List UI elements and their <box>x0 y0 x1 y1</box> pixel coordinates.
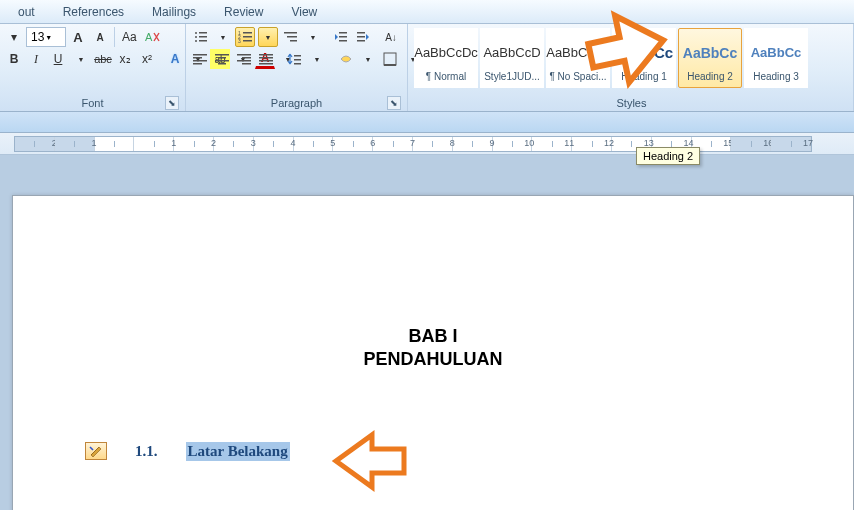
align-center-button[interactable] <box>212 49 232 69</box>
numbering-button[interactable]: 123 <box>235 27 255 47</box>
svg-rect-33 <box>242 63 251 65</box>
style-card-heading-2[interactable]: AaBbCcHeading 2 <box>678 28 742 88</box>
shading-button[interactable] <box>335 49 355 69</box>
style-card-style1jud-[interactable]: AaBbCcDStyle1JUD... <box>480 28 544 88</box>
doc-title-2[interactable]: PENDAHULUAN <box>93 349 773 370</box>
tab-view[interactable]: View <box>277 2 331 22</box>
align-left-button[interactable] <box>190 49 210 69</box>
shading-dropdown[interactable]: ▼ <box>358 49 378 69</box>
svg-rect-21 <box>357 40 365 42</box>
svg-rect-2 <box>199 32 207 34</box>
style-label: Style1JUD... <box>481 71 543 82</box>
heading-line[interactable]: 1.1. Latar Belakang <box>93 442 773 461</box>
svg-rect-35 <box>259 57 273 59</box>
svg-rect-4 <box>199 36 207 38</box>
annotation-arrow-styles <box>572 0 682 110</box>
svg-rect-23 <box>193 57 202 59</box>
grow-font-button[interactable]: A <box>68 27 88 47</box>
svg-rect-30 <box>237 54 251 56</box>
group-label-paragraph: Paragraph ⬊ <box>190 95 403 111</box>
multilevel-dropdown[interactable]: ▼ <box>303 27 323 47</box>
group-label-font: Font ⬊ <box>4 95 181 111</box>
line-spacing-button[interactable] <box>284 49 304 69</box>
svg-rect-39 <box>294 59 301 61</box>
tab-layout[interactable]: out <box>4 2 49 22</box>
svg-rect-31 <box>242 57 251 59</box>
svg-rect-42 <box>384 53 396 65</box>
font-dialog-launcher[interactable]: ⬊ <box>165 96 179 110</box>
align-right-button[interactable] <box>234 49 254 69</box>
bullets-button[interactable] <box>190 27 210 47</box>
text-effects-button[interactable]: A <box>165 49 185 69</box>
svg-rect-40 <box>294 63 301 65</box>
svg-rect-36 <box>259 60 273 62</box>
tab-references[interactable]: References <box>49 2 138 22</box>
svg-rect-22 <box>193 54 207 56</box>
svg-rect-29 <box>218 63 226 65</box>
ruler-wrap: 211234567891011121314151617 <box>0 133 854 155</box>
underline-button[interactable]: U <box>48 49 68 69</box>
numbering-dropdown[interactable]: ▼ <box>258 27 278 47</box>
ribbon: ▾ 13▼ A A Aa A B I U ▼ abc x₂ x² A ▼ <box>0 24 854 112</box>
svg-rect-16 <box>339 32 347 34</box>
style-card-heading-3[interactable]: AaBbCcHeading 3 <box>744 28 808 88</box>
svg-rect-17 <box>339 36 347 38</box>
page-content: BAB I PENDAHULUAN 1.1. Latar Belakang <box>13 196 853 461</box>
svg-rect-12 <box>243 40 252 42</box>
style-label: Heading 3 <box>745 71 807 82</box>
sort-button[interactable]: A↓ <box>381 27 401 47</box>
strikethrough-button[interactable]: abc <box>93 49 113 69</box>
underline-dropdown[interactable]: ▼ <box>71 49 91 69</box>
style-card--normal[interactable]: AaBbCcDc¶ Normal <box>414 28 478 88</box>
autocorrect-options-icon[interactable] <box>85 442 107 460</box>
clear-formatting-button[interactable]: A <box>142 27 164 47</box>
justify-button[interactable] <box>256 49 276 69</box>
svg-rect-25 <box>193 63 202 65</box>
heading-text-selected[interactable]: Latar Belakang <box>186 442 290 461</box>
italic-button[interactable]: I <box>26 49 46 69</box>
change-case-button[interactable]: Aa <box>119 27 140 47</box>
svg-rect-10 <box>243 36 252 38</box>
bullets-dropdown[interactable]: ▼ <box>213 27 233 47</box>
heading-number: 1.1. <box>135 443 158 460</box>
font-size-box[interactable]: 13▼ <box>26 27 66 47</box>
svg-rect-38 <box>294 55 301 57</box>
svg-rect-20 <box>357 36 365 38</box>
style-label: Heading 2 <box>679 71 741 82</box>
multilevel-list-button[interactable] <box>280 27 300 47</box>
svg-rect-8 <box>243 32 252 34</box>
svg-rect-26 <box>215 54 229 56</box>
doc-title-1[interactable]: BAB I <box>93 326 773 347</box>
font-group-text: Font <box>81 97 103 109</box>
increase-indent-button[interactable] <box>353 27 373 47</box>
style-preview: AaBbCcD <box>483 35 540 71</box>
svg-rect-24 <box>193 60 207 62</box>
page[interactable]: BAB I PENDAHULUAN 1.1. Latar Belakang <box>12 195 854 510</box>
svg-rect-18 <box>339 40 347 42</box>
font-family-dropdown-edge[interactable]: ▾ <box>4 27 24 47</box>
style-label: ¶ Normal <box>415 71 477 82</box>
subscript-button[interactable]: x₂ <box>115 49 135 69</box>
paragraph-dialog-launcher[interactable]: ⬊ <box>387 96 401 110</box>
shrink-font-button[interactable]: A <box>90 27 110 47</box>
svg-rect-34 <box>259 54 273 56</box>
bold-button[interactable]: B <box>4 49 24 69</box>
ribbon-lower-strip <box>0 112 854 133</box>
tab-mailings[interactable]: Mailings <box>138 2 210 22</box>
style-preview: AaBbCc <box>683 35 737 71</box>
svg-point-5 <box>195 40 197 42</box>
svg-rect-19 <box>357 32 365 34</box>
tooltip-heading2: Heading 2 <box>636 147 700 165</box>
decrease-indent-button[interactable] <box>331 27 351 47</box>
superscript-button[interactable]: x² <box>137 49 157 69</box>
svg-rect-6 <box>199 40 207 42</box>
svg-point-3 <box>195 36 197 38</box>
svg-text:3: 3 <box>238 38 241 44</box>
separator <box>114 27 115 47</box>
svg-rect-37 <box>259 63 273 65</box>
tab-review[interactable]: Review <box>210 2 277 22</box>
svg-rect-13 <box>284 32 297 34</box>
line-spacing-dropdown[interactable]: ▼ <box>307 49 327 69</box>
borders-button[interactable] <box>380 49 400 69</box>
font-size-value: 13 <box>31 30 44 44</box>
